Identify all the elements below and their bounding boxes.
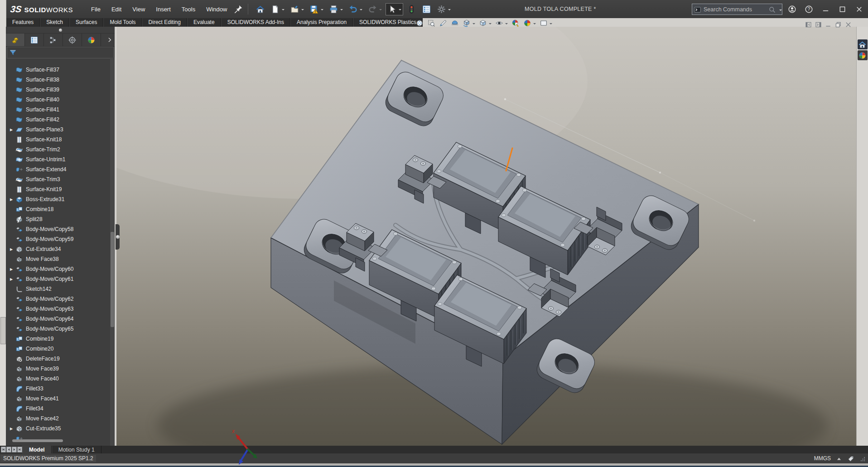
tab-analysis-preparation[interactable]: Analysis Preparation [290,18,353,27]
tree-item-surface-fill41[interactable]: Surface-Fill41 [6,105,110,115]
print-button[interactable] [327,3,345,15]
tree-item-surface-fill39[interactable]: Surface-Fill39 [6,85,110,95]
tree-item-surface-plane3[interactable]: ▶Surface-Plane3 [6,125,110,135]
tree-item-surface-fill37[interactable]: Surface-Fill37 [6,65,110,75]
tree-item-surface-fill38[interactable]: Surface-Fill38 [6,75,110,85]
tree-item-split28[interactable]: Split28 [6,214,110,224]
gear-button[interactable] [435,3,453,15]
doc-tab-motion-study-1[interactable]: Motion Study 1 [52,446,101,453]
tag-icon[interactable] [847,454,854,462]
win-close-button[interactable] [854,4,864,14]
undo-button[interactable] [347,3,364,15]
hscroll-thumb[interactable] [12,439,63,442]
graphics-viewport[interactable]: x [116,27,856,446]
tree-item-fillet33[interactable]: Fillet33 [6,384,110,394]
options-list-button[interactable] [420,3,433,15]
tree-item-surface-fill42[interactable]: Surface-Fill42 [6,115,110,125]
tree-item-cut-extrude35[interactable]: ▶Cut-Extrude35 [6,424,110,433]
expand-arrow-icon[interactable]: ▶ [8,128,14,132]
tree-item-move-face39[interactable]: Move Face39 [6,364,110,374]
tree-item-body-move-copy62[interactable]: Body-Move/Copy62 [6,294,110,304]
panel-tab-config-manager[interactable] [44,34,63,46]
menu-view[interactable]: View [127,4,150,14]
menu-tools[interactable]: Tools [176,4,201,14]
tab-sketch[interactable]: Sketch [40,18,69,27]
nav-prev-button[interactable] [6,447,11,453]
open-button[interactable] [288,3,306,15]
search-scope-icon[interactable] [692,5,703,13]
tree-item-body-move-copy65[interactable]: Body-Move/Copy65 [6,324,110,334]
tree-item-combine19[interactable]: Combine19 [6,334,110,344]
tree-item-combine20[interactable]: Combine20 [6,344,110,354]
tree-item-deleteface19[interactable]: DeleteFace19 [6,354,110,364]
tab-solidworks-add-ins[interactable]: SOLIDWORKS Add-Ins [221,18,290,27]
panel-tab-features-tree[interactable] [6,34,25,46]
menu-window[interactable]: Window [201,4,232,14]
expand-arrow-icon[interactable]: ▶ [8,427,14,431]
nav-last-button[interactable] [17,447,22,453]
eye-button[interactable] [495,19,508,28]
tab-mold-tools[interactable]: Mold Tools [103,18,142,27]
tree-item-surface-extend4[interactable]: Surface-Extend4 [6,164,110,174]
tree-item-combine18[interactable]: Combine18 [6,204,110,214]
doc-tab-model[interactable]: Model [22,446,52,453]
select-arrow-button[interactable] [386,3,403,15]
task-pane-home-button[interactable] [858,39,868,49]
search-input[interactable] [703,6,767,13]
expand-arrow-icon[interactable]: ▶ [8,267,14,271]
tree-item-cut-extrude34[interactable]: ▶Cut-Extrude34 [6,244,110,254]
select-arrow-dropdown-caret[interactable] [399,9,401,12]
tab-evaluate[interactable]: Evaluate [187,18,221,27]
tree-item-boss-extrude31[interactable]: ▶Boss-Extrude31 [6,194,110,204]
expand-arrow-icon[interactable]: ▶ [8,277,14,281]
win-max-button[interactable] [837,4,848,14]
tree-item-move-face38[interactable]: Move Face38 [6,254,110,264]
expand-arrow-icon[interactable]: ▶ [8,197,14,202]
3d-scene[interactable] [116,27,856,446]
search-dropdown-caret[interactable] [779,10,782,12]
menu-edit[interactable]: Edit [106,4,127,14]
account-button[interactable] [786,4,797,14]
panel-tab-dimxpert[interactable] [63,34,82,46]
doc-close-button[interactable] [844,20,852,29]
open-dropdown-caret[interactable] [301,9,304,12]
display-style-dropdown-caret[interactable] [489,23,492,26]
tree-item-surface-untrim1[interactable]: Surface-Untrim1 [6,154,110,164]
expand-arrow-icon[interactable]: ▶ [8,247,14,251]
print-dropdown-caret[interactable] [340,9,343,12]
vscroll-thumb[interactable] [111,232,114,327]
home-button[interactable] [254,3,267,15]
tree-filter-input[interactable] [19,49,113,56]
zoom-area-button[interactable] [427,19,436,28]
tab-features[interactable]: Features [6,18,40,27]
redo-dropdown-caret[interactable] [379,9,382,12]
tree-horizontal-scrollbar[interactable] [7,439,108,443]
redo-button[interactable] [366,3,384,15]
display-style-button[interactable] [478,19,492,28]
panel-left-button[interactable] [805,20,812,29]
eye-dropdown-caret[interactable] [505,23,508,26]
rebuild-button[interactable] [405,3,418,15]
tree-item-sketch142[interactable]: Sketch142 [6,284,110,294]
tree-item-body-move-copy60[interactable]: ▶Body-Move/Copy60 [6,264,110,274]
menu-insert[interactable]: Insert [150,4,176,14]
nav-next-button[interactable] [12,447,17,453]
gear-dropdown-caret[interactable] [448,9,451,12]
new-doc-button[interactable] [269,3,286,15]
panel-grip[interactable] [6,27,115,34]
tab-direct-editing[interactable]: Direct Editing [142,18,187,27]
tree-item-surface-knit18[interactable]: Surface-Knit18 [6,135,110,144]
tree-item-move-face42[interactable]: Move Face42 [6,414,110,424]
tree-item-body-move-copy64[interactable]: Body-Move/Copy64 [6,314,110,324]
undo-dropdown-caret[interactable] [360,9,362,12]
new-doc-dropdown-caret[interactable] [282,9,285,12]
tab-solidworks-plastics[interactable]: SOLIDWORKS Plastics [353,18,423,27]
win-min-button[interactable] [820,4,831,14]
tree-item-surface-trim2[interactable]: Surface-Trim2 [6,144,110,154]
menu-file[interactable]: File [86,4,106,14]
panel-tab-appearances[interactable] [82,34,101,46]
save-dropdown-caret[interactable] [321,9,323,12]
zoom-fit-button[interactable] [415,19,424,28]
tree-item-move-face40[interactable]: Move Face40 [6,374,110,384]
pin-menu-icon[interactable] [233,4,243,14]
